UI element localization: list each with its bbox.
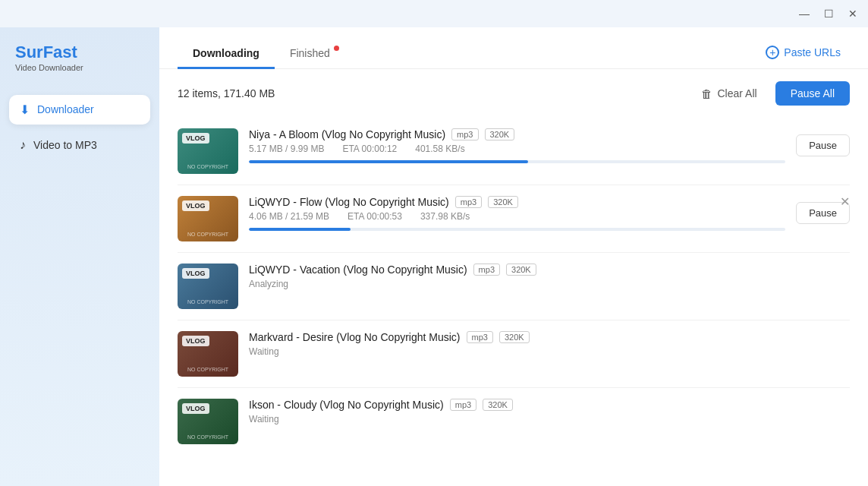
tab-bar: Downloading Finished + Paste URLs	[159, 27, 868, 69]
pause-button[interactable]: Pause	[796, 134, 850, 156]
maximize-button[interactable]: ☐	[822, 8, 835, 20]
quality-badge: 320K	[485, 128, 515, 140]
quality-badge: 320K	[483, 399, 513, 411]
music-icon: ♪	[20, 138, 26, 152]
progress-bar	[249, 160, 785, 163]
close-button[interactable]: ✕	[847, 8, 859, 20]
pause-all-button[interactable]: Pause All	[775, 81, 850, 106]
item-info: Niya - A Bloom (Vlog No Copyright Music)…	[249, 128, 785, 163]
speed-info: 337.98 KB/s	[420, 211, 470, 222]
item-title: LiQWYD - Vacation (Vlog No Copyright Mus…	[249, 264, 467, 276]
trash-icon: 🗑	[701, 87, 712, 100]
thumbnail: VLOG NO COPYRIGHT	[178, 128, 238, 174]
format-badge: mp3	[451, 128, 478, 140]
brand-title: SurFast	[15, 43, 144, 62]
item-title-row: LiQWYD - Vacation (Vlog No Copyright Mus…	[249, 264, 850, 276]
item-info: LiQWYD - Vacation (Vlog No Copyright Mus…	[249, 264, 850, 289]
item-title: Ikson - Cloudy (Vlog No Copyright Music)	[249, 399, 444, 411]
item-title: Niya - A Bloom (Vlog No Copyright Music)	[249, 128, 445, 140]
no-copyright-label: NO COPYRIGHT	[182, 164, 234, 169]
sidebar-item-label: Video to MP3	[33, 139, 97, 151]
download-item: VLOG NO COPYRIGHT LiQWYD - Vacation (Vlo…	[178, 253, 850, 320]
brand: SurFast Video Downloader	[9, 43, 150, 89]
vlog-label: VLOG	[182, 336, 209, 346]
content-area: 12 items, 171.40 MB 🗑 Clear All Pause Al…	[159, 69, 868, 486]
format-badge: mp3	[467, 331, 493, 343]
vlog-label: VLOG	[182, 268, 209, 279]
sidebar-item-video-to-mp3[interactable]: ♪ Video to MP3	[9, 131, 150, 159]
item-title: LiQWYD - Flow (Vlog No Copyright Music)	[249, 196, 449, 208]
vlog-label: VLOG	[182, 133, 209, 144]
quality-badge: 320K	[499, 331, 530, 343]
no-copyright-label: NO COPYRIGHT	[182, 232, 234, 237]
vlog-label: VLOG	[182, 403, 209, 414]
quality-badge: 320K	[488, 196, 518, 208]
quality-badge: 320K	[506, 264, 536, 276]
tab-finished[interactable]: Finished	[275, 39, 345, 69]
size-info: 5.17 MB / 9.99 MB	[249, 144, 324, 154]
progress-fill	[249, 160, 528, 163]
item-meta: 4.06 MB / 21.59 MB ETA 00:00:53 337.98 K…	[249, 211, 785, 222]
items-count: 12 items, 171.40 MB	[178, 87, 275, 99]
eta-info: ETA 00:00:12	[342, 144, 397, 154]
no-copyright-label: NO COPYRIGHT	[182, 367, 234, 372]
finished-badge	[334, 46, 339, 51]
item-actions: Pause	[796, 128, 850, 156]
eta-info: ETA 00:00:53	[348, 211, 402, 222]
no-copyright-label: NO COPYRIGHT	[182, 299, 234, 305]
format-badge: mp3	[450, 399, 476, 411]
item-status: Analyzing	[249, 279, 850, 289]
paste-urls-label: Paste URLs	[784, 46, 841, 58]
toolbar-actions: 🗑 Clear All Pause All	[692, 81, 850, 106]
item-title: Markvard - Desire (Vlog No Copyright Mus…	[249, 331, 461, 343]
item-meta: 5.17 MB / 9.99 MB ETA 00:00:12 401.58 KB…	[249, 144, 785, 154]
item-title-row: LiQWYD - Flow (Vlog No Copyright Music) …	[249, 196, 785, 208]
download-item: VLOG NO COPYRIGHT Niya - A Bloom (Vlog N…	[178, 118, 850, 185]
app-body: SurFast Video Downloader ⬇ Downloader ♪ …	[0, 27, 868, 486]
sidebar-item-label: Downloader	[37, 103, 94, 115]
progress-bar	[249, 228, 785, 231]
thumbnail: VLOG NO COPYRIGHT	[178, 399, 238, 444]
main-content: Downloading Finished + Paste URLs 12 ite…	[159, 27, 868, 486]
item-title-row: Markvard - Desire (Vlog No Copyright Mus…	[249, 331, 850, 343]
item-status: Waiting	[249, 414, 850, 424]
plus-icon: +	[766, 46, 779, 59]
clear-all-button[interactable]: 🗑 Clear All	[692, 83, 766, 105]
minimize-button[interactable]: —	[798, 8, 810, 20]
thumbnail: VLOG NO COPYRIGHT	[178, 264, 238, 309]
item-actions: ✕ Pause	[796, 196, 850, 224]
sidebar: SurFast Video Downloader ⬇ Downloader ♪ …	[0, 27, 159, 486]
sidebar-item-downloader[interactable]: ⬇ Downloader	[9, 95, 150, 125]
download-item: VLOG NO COPYRIGHT Markvard - Desire (Vlo…	[178, 320, 850, 388]
item-info: Ikson - Cloudy (Vlog No Copyright Music)…	[249, 399, 850, 424]
brand-subtitle: Video Downloader	[15, 62, 144, 73]
titlebar: — ☐ ✕	[0, 0, 868, 27]
thumbnail: VLOG NO COPYRIGHT	[178, 331, 238, 377]
progress-fill	[249, 228, 351, 231]
toolbar-row: 12 items, 171.40 MB 🗑 Clear All Pause Al…	[178, 81, 850, 106]
item-title-row: Niya - A Bloom (Vlog No Copyright Music)…	[249, 128, 785, 140]
format-badge: mp3	[455, 196, 482, 208]
item-info: Markvard - Desire (Vlog No Copyright Mus…	[249, 331, 850, 357]
thumbnail: VLOG NO COPYRIGHT	[178, 196, 238, 241]
download-icon: ⬇	[20, 103, 30, 117]
vlog-label: VLOG	[182, 200, 209, 211]
size-info: 4.06 MB / 21.59 MB	[249, 211, 329, 222]
item-title-row: Ikson - Cloudy (Vlog No Copyright Music)…	[249, 399, 850, 411]
download-item: VLOG NO COPYRIGHT LiQWYD - Flow (Vlog No…	[178, 185, 850, 253]
download-item: VLOG NO COPYRIGHT Ikson - Cloudy (Vlog N…	[178, 388, 850, 455]
close-button[interactable]: ✕	[840, 196, 850, 208]
no-copyright-label: NO COPYRIGHT	[182, 434, 234, 440]
clear-all-label: Clear All	[717, 87, 756, 99]
tab-downloading[interactable]: Downloading	[178, 39, 275, 69]
paste-urls-button[interactable]: + Paste URLs	[756, 41, 850, 64]
item-status: Waiting	[249, 346, 850, 357]
item-info: LiQWYD - Flow (Vlog No Copyright Music) …	[249, 196, 785, 231]
speed-info: 401.58 KB/s	[415, 144, 464, 154]
format-badge: mp3	[473, 264, 500, 276]
